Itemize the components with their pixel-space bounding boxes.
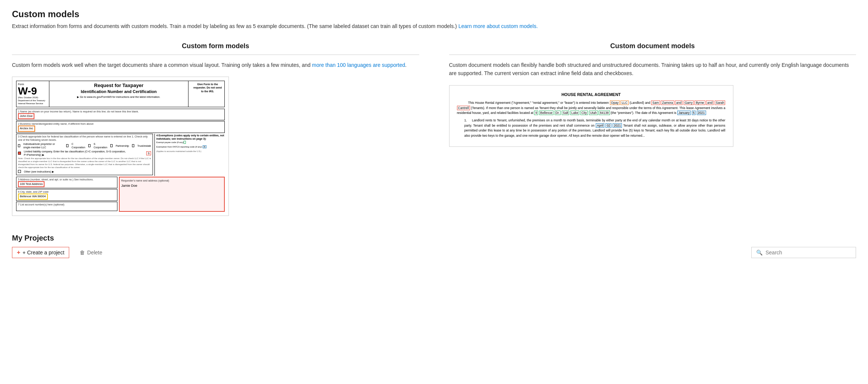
document-preview-rental: HOUSE RENTAL AGREEMENT This House Rental… bbox=[449, 85, 733, 147]
form-preview-w9: Form W-9 (Rev. October 2018)Department o… bbox=[12, 77, 229, 216]
search-box: 🔍 bbox=[751, 247, 856, 258]
page-subtitle: Extract information from forms and docum… bbox=[12, 22, 856, 30]
projects-title: My Projects bbox=[12, 234, 856, 242]
delete-button[interactable]: 🗑 Delete bbox=[75, 248, 107, 257]
projects-section: My Projects + + Create a project 🗑 Delet… bbox=[12, 234, 856, 258]
toolbar-left: + + Create a project 🗑 Delete bbox=[12, 247, 107, 258]
plus-icon: + bbox=[17, 249, 20, 256]
document-models-description: Custom document models can flexibly hand… bbox=[449, 61, 856, 78]
page-title: Custom models bbox=[12, 9, 856, 19]
form-models-column: Custom form models Custom form models wo… bbox=[12, 42, 419, 216]
models-section: Custom form models Custom form models wo… bbox=[12, 42, 856, 216]
document-models-column: Custom document models Custom document m… bbox=[449, 42, 856, 216]
document-models-title: Custom document models bbox=[449, 42, 856, 55]
learn-more-link[interactable]: Learn more about custom models. bbox=[458, 23, 538, 29]
languages-link[interactable]: more than 100 languages are supported bbox=[312, 62, 405, 68]
form-models-title: Custom form models bbox=[12, 42, 419, 55]
projects-toolbar: + + Create a project 🗑 Delete 🔍 bbox=[12, 247, 856, 258]
delete-label: Delete bbox=[87, 250, 102, 256]
create-project-button[interactable]: + + Create a project bbox=[12, 247, 69, 258]
form-models-description: Custom form models work well when the ta… bbox=[12, 61, 419, 69]
search-input[interactable] bbox=[766, 250, 851, 256]
create-project-label: + Create a project bbox=[22, 250, 64, 256]
trash-icon: 🗑 bbox=[80, 250, 85, 256]
search-icon: 🔍 bbox=[756, 250, 763, 256]
